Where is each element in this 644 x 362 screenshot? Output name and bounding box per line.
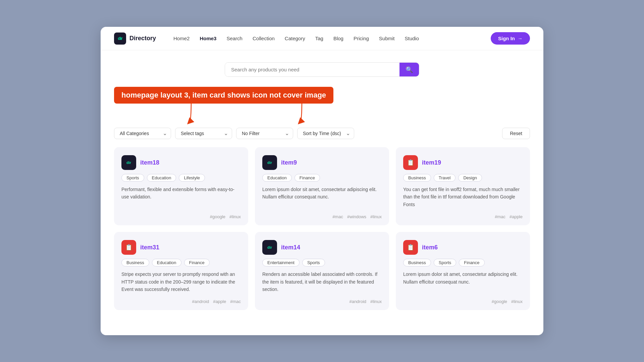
- nav-link-studio[interactable]: Studio: [400, 34, 423, 43]
- card-tag: Sports: [434, 259, 457, 266]
- nav-link-blog[interactable]: Blog: [329, 34, 347, 43]
- card-header: dir item14: [262, 240, 382, 255]
- card-item9: dir item9 EducationFinance Lorem ipsum d…: [255, 147, 389, 225]
- card-tags: BusinessSportsFinance: [403, 259, 523, 266]
- nav-link-collection[interactable]: Collection: [249, 34, 279, 43]
- card-hashtag: #linux: [370, 299, 382, 304]
- card-title: item6: [422, 244, 438, 251]
- card-header: 📋 item19: [403, 155, 523, 170]
- card-tags: BusinessEducationFinance: [121, 259, 241, 266]
- card-tag: Business: [403, 259, 431, 266]
- card-header: 📋 item6: [403, 240, 523, 255]
- card-hashtag: #apple: [213, 299, 226, 304]
- card-hashtags: #android#linux: [262, 299, 382, 304]
- card-desc: Lorem ipsum dolor sit amet, consectetur …: [262, 186, 382, 208]
- card-tag: Education: [147, 174, 176, 182]
- navbar: dir Directory Home2Home3SearchCollection…: [101, 27, 543, 50]
- search-input[interactable]: [225, 63, 399, 76]
- card-tag: Sports: [121, 174, 144, 182]
- card-header: dir item18: [121, 155, 241, 170]
- card-title: item18: [140, 159, 159, 166]
- logo-text: Directory: [129, 35, 156, 42]
- card-tag: Entertainment: [262, 259, 300, 266]
- card-tags: BusinessTravelDesign: [403, 174, 523, 182]
- card-tag: Business: [121, 259, 149, 266]
- nav-link-category[interactable]: Category: [281, 34, 309, 43]
- card-icon: 📋: [403, 240, 418, 255]
- card-item18: dir item18 SportsEducationLifestyle Perf…: [114, 147, 248, 225]
- filter-bar: All Categories Select tags No Filter Sor…: [114, 128, 530, 139]
- card-tag: Finance: [459, 259, 484, 266]
- card-tag: Finance: [184, 259, 210, 266]
- card-hashtag: #windows: [347, 214, 366, 219]
- card-tag: Education: [262, 174, 292, 182]
- card-hashtag: #mac: [495, 214, 505, 219]
- search-icon: 🔍: [406, 66, 413, 73]
- card-icon: dir: [262, 155, 277, 170]
- tags-filter-wrap: Select tags: [175, 128, 232, 139]
- nav-link-home3[interactable]: Home3: [196, 34, 220, 43]
- card-tag: Design: [458, 174, 482, 182]
- card-hashtags: #android#apple#mac: [121, 299, 241, 304]
- card-hashtag: #android: [192, 299, 209, 304]
- annotation-banner: homepage layout 3, item card shows icon …: [114, 87, 333, 104]
- nav-links: Home2Home3SearchCollectionCategoryTagBlo…: [169, 34, 491, 43]
- card-item19: 📋 item19 BusinessTravelDesign You can ge…: [396, 147, 530, 225]
- categories-filter-wrap: All Categories: [114, 128, 171, 139]
- card-desc: Stripe expects your server to promptly r…: [121, 270, 241, 293]
- sort-filter-wrap: Sort by Time (dsc): [297, 128, 354, 139]
- tags-select[interactable]: Select tags: [175, 128, 232, 139]
- card-tag: Sports: [302, 259, 325, 266]
- search-bar-wrap: 🔍: [114, 62, 530, 77]
- reset-button[interactable]: Reset: [502, 128, 530, 139]
- card-tag: Lifestyle: [179, 174, 205, 182]
- logo-icon: dir: [114, 33, 126, 45]
- cards-grid: dir item18 SportsEducationLifestyle Perf…: [114, 147, 530, 310]
- card-header: dir item9: [262, 155, 382, 170]
- filter-select[interactable]: No Filter: [236, 128, 293, 139]
- logo-area[interactable]: dir Directory: [114, 33, 156, 45]
- categories-select[interactable]: All Categories: [114, 128, 171, 139]
- card-desc: Lorem ipsum dolor sit amet, consectetur …: [403, 270, 523, 293]
- search-bar: 🔍: [225, 62, 419, 77]
- nav-link-search[interactable]: Search: [222, 34, 247, 43]
- nav-link-tag[interactable]: Tag: [311, 34, 327, 43]
- card-title: item9: [281, 159, 297, 166]
- card-hashtag: #google: [210, 214, 225, 219]
- card-hashtags: #google#linux: [121, 214, 241, 219]
- card-tag: Travel: [434, 174, 456, 182]
- card-item14: dir item14 EntertainmentSports Renders a…: [255, 232, 389, 310]
- card-tags: EducationFinance: [262, 174, 382, 182]
- arrow-icon: →: [518, 36, 523, 41]
- card-hashtags: #mac#apple: [403, 214, 523, 219]
- filter-wrap: No Filter: [236, 128, 293, 139]
- card-tag: Business: [403, 174, 431, 182]
- card-desc: Renders an accessible label associated w…: [262, 270, 382, 293]
- card-title: item19: [422, 159, 441, 166]
- card-item6: 📋 item6 BusinessSportsFinance Lorem ipsu…: [396, 232, 530, 310]
- card-header: 📋 item31: [121, 240, 241, 255]
- main-content: 🔍 homepage layout 3, item card shows ico…: [101, 50, 543, 320]
- card-hashtag: #google: [492, 299, 507, 304]
- card-hashtag: #linux: [511, 299, 523, 304]
- card-item31: 📋 item31 BusinessEducationFinance Stripe…: [114, 232, 248, 310]
- card-hashtag: #apple: [509, 214, 523, 219]
- card-hashtag: #mac: [332, 214, 343, 219]
- card-tag: Education: [152, 259, 181, 266]
- card-tags: EntertainmentSports: [262, 259, 382, 266]
- card-tags: SportsEducationLifestyle: [121, 174, 241, 182]
- nav-link-pricing[interactable]: Pricing: [350, 34, 373, 43]
- sign-in-button[interactable]: Sign In →: [491, 32, 530, 45]
- card-title: item31: [140, 244, 159, 251]
- card-desc: You can get font file in woff2 format, m…: [403, 186, 523, 208]
- card-tag: Finance: [294, 174, 320, 182]
- card-icon: dir: [121, 155, 136, 170]
- nav-link-home2[interactable]: Home2: [169, 34, 194, 43]
- nav-link-submit[interactable]: Submit: [375, 34, 399, 43]
- search-button[interactable]: 🔍: [399, 63, 419, 76]
- sort-select[interactable]: Sort by Time (dsc): [297, 128, 354, 139]
- card-hashtag: #mac: [230, 299, 241, 304]
- card-hashtag: #linux: [370, 214, 382, 219]
- card-hashtags: #mac#windows#linux: [262, 214, 382, 219]
- card-hashtag: #linux: [229, 214, 241, 219]
